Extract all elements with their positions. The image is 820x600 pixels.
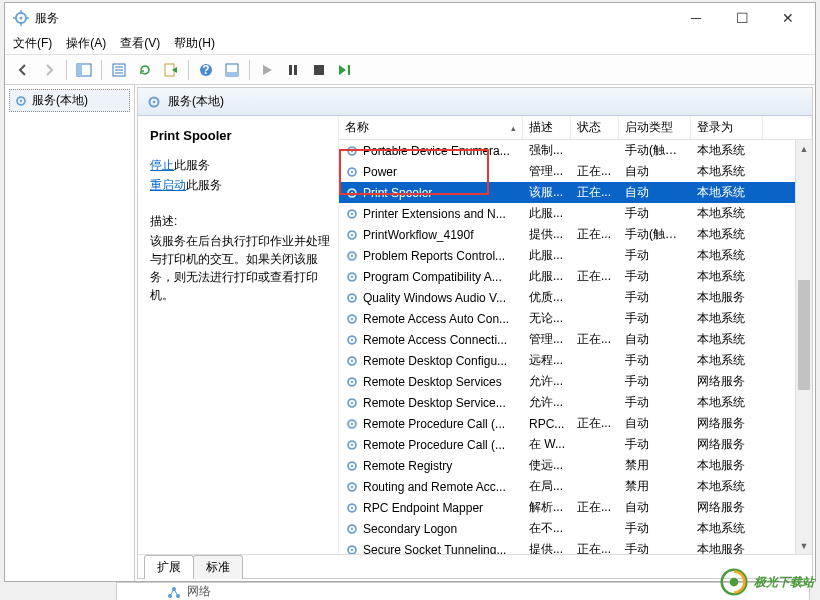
menu-action[interactable]: 操作(A) <box>66 35 106 52</box>
pause-icon <box>287 64 299 76</box>
restart-service-button[interactable] <box>333 58 357 82</box>
svg-point-30 <box>351 191 353 193</box>
col-logon[interactable]: 登录为 <box>691 116 763 139</box>
tabs: 扩展 标准 <box>138 554 812 578</box>
export-icon <box>163 62 179 78</box>
svg-rect-16 <box>226 72 238 76</box>
panel-icon <box>76 62 92 78</box>
table-row[interactable]: Remote Access Auto Con...无论...手动本地系统 <box>339 308 812 329</box>
svg-rect-17 <box>289 65 292 75</box>
svg-point-62 <box>351 527 353 529</box>
play-icon <box>261 64 273 76</box>
toolbar-btn-8[interactable] <box>220 58 244 82</box>
tree-pane: 服务(本地) <box>5 85 135 581</box>
table-row[interactable]: Secure Socket Tunneling...提供...正在...手动本地… <box>339 539 812 554</box>
svg-point-46 <box>351 359 353 361</box>
restart-link[interactable]: 重启动 <box>150 178 186 192</box>
tab-extended[interactable]: 扩展 <box>144 555 194 579</box>
table-row[interactable]: Quality Windows Audio V...优质...手动本地服务 <box>339 287 812 308</box>
svg-point-26 <box>351 149 353 151</box>
help-button[interactable]: ? <box>194 58 218 82</box>
stop-link[interactable]: 停止 <box>150 158 174 172</box>
scroll-up-icon[interactable]: ▲ <box>796 140 812 157</box>
table-row[interactable]: Secondary Logon在不...手动本地系统 <box>339 518 812 539</box>
col-status[interactable]: 状态 <box>571 116 619 139</box>
start-service-button[interactable] <box>255 58 279 82</box>
svg-point-69 <box>730 578 739 587</box>
service-list: 名称▴ 描述 状态 启动类型 登录为 Portable Device Enume… <box>338 116 812 554</box>
minimize-button[interactable]: ─ <box>673 3 719 33</box>
export-button[interactable] <box>159 58 183 82</box>
tree-item-services-local[interactable]: 服务(本地) <box>9 89 130 112</box>
table-row[interactable]: Remote Access Connecti...管理...正在...自动本地系… <box>339 329 812 350</box>
svg-point-36 <box>351 254 353 256</box>
table-row[interactable]: PrintWorkflow_4190f提供...正在...手动(触发...本地系… <box>339 224 812 245</box>
svg-point-44 <box>351 338 353 340</box>
vertical-scrollbar[interactable]: ▲ ▼ <box>795 140 812 554</box>
refresh-icon <box>137 62 153 78</box>
table-row[interactable]: Remote Procedure Call (...在 W...手动网络服务 <box>339 434 812 455</box>
svg-point-64 <box>351 548 353 550</box>
bottom-label: 网络 <box>187 583 211 600</box>
pause-service-button[interactable] <box>281 58 305 82</box>
right-pane: 服务(本地) Print Spooler 停止此服务 重启动此服务 描述: 该服… <box>137 87 813 579</box>
watermark-icon <box>720 568 748 596</box>
table-row[interactable]: Problem Reports Control...此服...手动本地系统 <box>339 245 812 266</box>
table-row[interactable]: Print Spooler该服...正在...自动本地系统 <box>339 182 812 203</box>
titlebar[interactable]: 服务 ─ ☐ ✕ <box>5 3 815 33</box>
stop-service-button[interactable] <box>307 58 331 82</box>
table-row[interactable]: Remote Registry使远...禁用本地服务 <box>339 455 812 476</box>
panel-header: 服务(本地) <box>138 88 812 116</box>
table-row[interactable]: Remote Procedure Call (...RPC...正在...自动网… <box>339 413 812 434</box>
services-icon <box>13 10 29 26</box>
toolbar: ? <box>5 55 815 85</box>
back-button[interactable] <box>11 58 35 82</box>
table-row[interactable]: Printer Extensions and N...此服...手动本地系统 <box>339 203 812 224</box>
table-row[interactable]: Remote Desktop Configu...远程...手动本地系统 <box>339 350 812 371</box>
tree-item-label: 服务(本地) <box>32 92 88 109</box>
help-icon: ? <box>198 62 214 78</box>
table-row[interactable]: Remote Desktop Service...允许...手动本地系统 <box>339 392 812 413</box>
col-desc[interactable]: 描述 <box>523 116 571 139</box>
svg-point-50 <box>351 401 353 403</box>
menu-file[interactable]: 文件(F) <box>13 35 52 52</box>
menubar: 文件(F) 操作(A) 查看(V) 帮助(H) <box>5 33 815 55</box>
services-window: 服务 ─ ☐ ✕ 文件(F) 操作(A) 查看(V) 帮助(H) ? <box>4 2 816 582</box>
properties-button[interactable] <box>107 58 131 82</box>
watermark-text: 极光下载站 <box>754 574 814 591</box>
col-name[interactable]: 名称▴ <box>339 116 523 139</box>
sheet-icon <box>224 62 240 78</box>
svg-text:?: ? <box>202 63 209 77</box>
menu-help[interactable]: 帮助(H) <box>174 35 215 52</box>
service-title: Print Spooler <box>150 128 330 143</box>
desc-text: 该服务在后台执行打印作业并处理与打印机的交互。如果关闭该服务，则无法进行打印或查… <box>150 232 330 304</box>
svg-rect-18 <box>294 65 297 75</box>
arrow-right-icon <box>41 62 57 78</box>
menu-view[interactable]: 查看(V) <box>120 35 160 52</box>
maximize-button[interactable]: ☐ <box>719 3 765 33</box>
svg-point-28 <box>351 170 353 172</box>
panel-header-text: 服务(本地) <box>168 93 224 110</box>
svg-point-52 <box>351 422 353 424</box>
scroll-down-icon[interactable]: ▼ <box>796 537 812 554</box>
table-row[interactable]: Portable Device Enumera...强制...手动(触发...本… <box>339 140 812 161</box>
table-row[interactable]: Routing and Remote Acc...在局...禁用本地系统 <box>339 476 812 497</box>
table-row[interactable]: Remote Desktop Services允许...手动网络服务 <box>339 371 812 392</box>
svg-point-24 <box>153 100 156 103</box>
scrollbar-thumb[interactable] <box>798 280 810 390</box>
show-hide-tree-button[interactable] <box>72 58 96 82</box>
desc-label: 描述: <box>150 213 330 230</box>
forward-button[interactable] <box>37 58 61 82</box>
table-row[interactable]: RPC Endpoint Mapper解析...正在...自动网络服务 <box>339 497 812 518</box>
detail-pane: Print Spooler 停止此服务 重启动此服务 描述: 该服务在后台执行打… <box>138 116 338 554</box>
table-row[interactable]: Power管理...正在...自动本地系统 <box>339 161 812 182</box>
table-row[interactable]: Program Compatibility A...此服...正在...手动本地… <box>339 266 812 287</box>
col-startup[interactable]: 启动类型 <box>619 116 691 139</box>
svg-point-1 <box>20 17 23 20</box>
close-button[interactable]: ✕ <box>765 3 811 33</box>
refresh-button[interactable] <box>133 58 157 82</box>
restart-play-icon <box>338 64 352 76</box>
svg-point-22 <box>20 99 22 101</box>
svg-point-40 <box>351 296 353 298</box>
tab-standard[interactable]: 标准 <box>193 555 243 579</box>
